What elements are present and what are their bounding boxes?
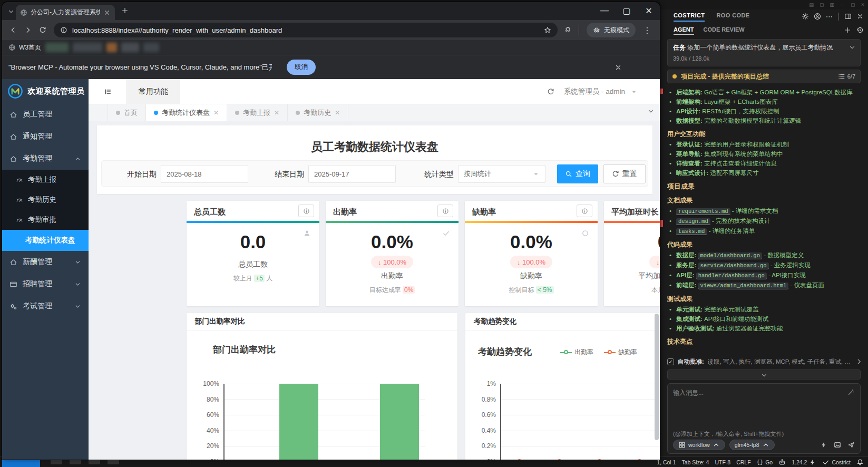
bookmark-star-icon[interactable]: [544, 26, 551, 34]
copilot-robot-icon[interactable]: [778, 459, 786, 466]
sidebar-item-薪酬管理[interactable]: 薪酬管理: [2, 251, 89, 273]
notification-close-icon[interactable]: [615, 64, 622, 71]
vscode-window-controls[interactable]: ▤▢▥—▢✕: [809, 2, 865, 7]
close-window-button[interactable]: ✕: [638, 2, 660, 19]
panel-tab-costrict[interactable]: COSTRICT: [674, 12, 705, 22]
start-date-input[interactable]: 2025-08-18: [161, 165, 248, 183]
tab-list-chevron-icon[interactable]: [647, 108, 655, 115]
forward-icon[interactable]: [24, 26, 32, 34]
sidebar-subitem-考勤上报[interactable]: 考勤上报: [2, 170, 89, 190]
line-point[interactable]: [638, 459, 641, 460]
minimize-button[interactable]: —: [593, 2, 616, 19]
sidebar-item-考勤管理[interactable]: 考勤管理: [2, 148, 89, 170]
reload-icon[interactable]: [39, 26, 46, 34]
delta-badge: ↓ 100.0%: [649, 256, 660, 268]
more-ellipsis-icon[interactable]: ⋯: [826, 13, 833, 21]
info-icon[interactable]: [298, 205, 314, 217]
file-link[interactable]: views/admin_dashboard.html: [698, 283, 789, 289]
tab-search-icon[interactable]: [7, 8, 15, 15]
back-icon[interactable]: [9, 26, 17, 34]
browser-menu-icon[interactable]: ⋮: [643, 25, 651, 35]
sidebar-item-通知管理[interactable]: 通知管理: [2, 125, 89, 148]
bar-4[interactable]: [380, 384, 419, 460]
url-bar[interactable]: localhost:8888/index#//authority_render_…: [54, 23, 558, 37]
tab-close-icon[interactable]: ✕: [335, 109, 340, 116]
chat-input-box[interactable]: 输入消息... (@添加上下文，/输入命令, Shift+拖拽文件) workf…: [667, 383, 861, 454]
model-selector-chip[interactable]: glm45-fp8: [729, 440, 775, 450]
maximize-button[interactable]: ▢: [616, 2, 638, 19]
history-icon[interactable]: [856, 26, 864, 34]
agent-tab-agent[interactable]: AGENT: [674, 26, 694, 35]
extensions-puzzle-icon[interactable]: [564, 26, 571, 34]
end-date-input[interactable]: 2025-09-17: [308, 165, 396, 183]
tab-close-icon[interactable]: ✕: [213, 109, 219, 116]
panel-close-icon[interactable]: [856, 13, 864, 20]
legend-出勤率[interactable]: 出勤率: [560, 348, 593, 357]
file-link[interactable]: requirements.md: [676, 208, 730, 215]
quick-action-zap-icon[interactable]: [820, 441, 827, 449]
reset-button[interactable]: 重置: [603, 164, 646, 183]
notifications-bell-icon[interactable]: [856, 459, 864, 466]
tab-common-functions[interactable]: 常用功能: [126, 79, 180, 104]
sidebar-collapse-icon[interactable]: [104, 88, 112, 95]
enhance-prompt-wand-icon[interactable]: [847, 388, 855, 396]
task-card[interactable]: 任务 添加一个简单的数据统计仪表盘，展示员工考勤情况 39.0k / 128.0…: [667, 39, 861, 66]
page-tab-考勤统计仪表盘[interactable]: 考勤统计仪表盘✕: [146, 104, 227, 121]
send-message-icon[interactable]: [847, 441, 855, 449]
completion-banner[interactable]: 项目完成 - 提供完整的项目总结 6/7: [667, 70, 861, 83]
collapsed-section-bar[interactable]: [667, 369, 861, 380]
cursor-position[interactable]: 1, Col 1: [657, 459, 676, 465]
file-link[interactable]: model/dashboard.go: [698, 252, 762, 259]
info-icon[interactable]: [437, 205, 453, 217]
refresh-page-icon[interactable]: [547, 88, 554, 95]
eol[interactable]: CRLF: [736, 459, 750, 465]
browser-tab[interactable]: 分公司-人力资源管理系统: [16, 5, 115, 20]
sidebar-subitem-考勤统计仪表盘[interactable]: 考勤统计仪表盘: [2, 230, 89, 251]
browser-scrollbar-thumb[interactable]: [655, 314, 659, 440]
language-mode[interactable]: {}Go: [757, 459, 773, 465]
file-link[interactable]: handler/dashboard.go: [696, 273, 767, 279]
new-task-plus-icon[interactable]: [844, 26, 851, 34]
new-tab-icon[interactable]: [121, 7, 129, 14]
line-point[interactable]: [518, 459, 521, 460]
panel-tab-roo-code[interactable]: ROO CODE: [716, 12, 749, 22]
user-menu[interactable]: 系统管理员 - admin: [564, 87, 638, 96]
attach-image-icon[interactable]: [834, 441, 841, 449]
bookmark-item[interactable]: W3首页: [8, 43, 41, 52]
tab-close-icon[interactable]: [103, 9, 111, 16]
line-point[interactable]: [598, 459, 601, 460]
bar-2[interactable]: [279, 384, 318, 460]
sidebar-subitem-考勤历史[interactable]: 考勤历史: [2, 190, 89, 210]
sidebar-item-员工管理[interactable]: 员工管理: [2, 103, 89, 125]
settings-gear-icon[interactable]: [802, 13, 809, 20]
auto-approve-expand-icon[interactable]: [855, 358, 863, 365]
mode-selector-chip[interactable]: workflow: [673, 440, 725, 450]
page-tab-考勤历史[interactable]: 考勤历史✕: [288, 104, 348, 121]
account-icon[interactable]: [814, 13, 821, 20]
summary-bullet: design.md - 完整的技术架构设计: [667, 217, 863, 226]
agent-tab-code-review[interactable]: CODE REVIEW: [704, 26, 745, 35]
costrict-status[interactable]: Costrict: [822, 459, 851, 466]
site-info-icon[interactable]: [60, 26, 67, 34]
line-point[interactable]: [558, 459, 561, 460]
file-link[interactable]: service/dashboard.go: [698, 262, 769, 269]
page-tab-首页[interactable]: 首页: [108, 104, 146, 121]
sidebar-item-招聘管理[interactable]: 招聘管理: [2, 273, 89, 295]
sidebar-item-考试管理[interactable]: 考试管理: [2, 295, 89, 317]
encoding[interactable]: UTF-8: [715, 459, 730, 465]
tab-close-icon[interactable]: ✕: [274, 109, 279, 116]
file-link[interactable]: tasks.md: [676, 228, 707, 235]
file-link[interactable]: design.md: [676, 218, 710, 225]
info-icon[interactable]: [577, 205, 592, 217]
panel-layout-icon[interactable]: [844, 13, 852, 20]
legend-缺勤率[interactable]: 缺勤率: [604, 348, 637, 357]
auto-approve-checkbox[interactable]: ✓: [667, 358, 674, 365]
tab-size[interactable]: Tab Size: 4: [681, 459, 709, 465]
page-tab-考勤上报[interactable]: 考勤上报✕: [227, 104, 288, 121]
search-button[interactable]: 查询: [557, 164, 598, 183]
stat-type-select[interactable]: 按周统计: [458, 165, 545, 183]
task-collapse-chevron-icon[interactable]: [849, 44, 856, 51]
cancel-button[interactable]: 取消: [287, 60, 316, 75]
sidebar-subitem-考勤审批[interactable]: 考勤审批: [2, 210, 89, 230]
go-version[interactable]: 1.24.2: [792, 459, 816, 466]
